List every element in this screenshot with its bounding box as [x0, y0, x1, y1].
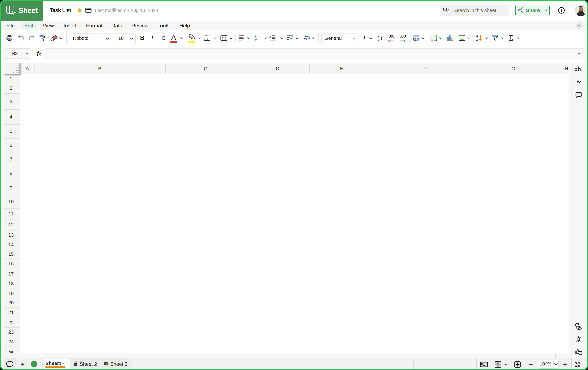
svg-text:12: 12	[105, 362, 107, 365]
svg-text:Z: Z	[476, 38, 478, 41]
svg-text:A: A	[476, 34, 478, 38]
